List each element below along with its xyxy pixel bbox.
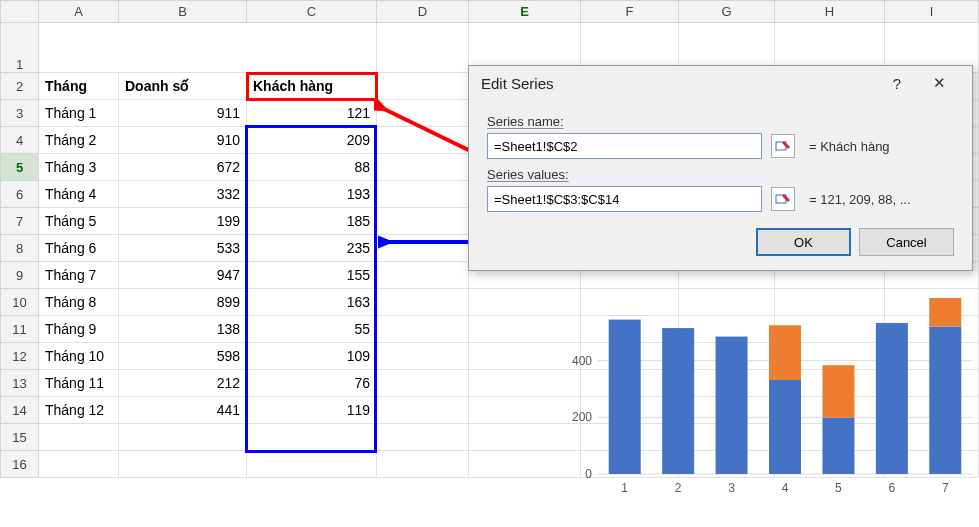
svg-rect-19 — [822, 418, 854, 474]
cell-b5[interactable]: 672 — [119, 154, 247, 181]
svg-text:2: 2 — [675, 481, 682, 495]
svg-rect-14 — [716, 337, 748, 474]
row-hdr-13[interactable]: 13 — [1, 370, 39, 397]
series-name-input[interactable] — [487, 133, 762, 159]
svg-rect-16 — [769, 380, 801, 474]
series-values-result: = 121, 209, 88, ... — [809, 192, 911, 207]
cell-b13[interactable]: 212 — [119, 370, 247, 397]
series-values-label: Series values: — [487, 167, 954, 182]
cell-b8[interactable]: 533 — [119, 235, 247, 262]
col-hdr-d[interactable]: D — [377, 1, 469, 23]
cell-c9[interactable]: 155 — [247, 262, 377, 289]
hdr-khachhang[interactable]: Khách hàng — [247, 73, 377, 100]
cell-a5[interactable]: Tháng 3 — [39, 154, 119, 181]
series-values-input[interactable] — [487, 186, 762, 212]
svg-text:5: 5 — [835, 481, 842, 495]
col-hdr-c[interactable]: C — [247, 1, 377, 23]
svg-text:7: 7 — [942, 481, 949, 495]
svg-text:3: 3 — [728, 481, 735, 495]
row-hdr-5[interactable]: 5 — [1, 154, 39, 181]
row-hdr-11[interactable]: 11 — [1, 316, 39, 343]
cell-c6[interactable]: 193 — [247, 181, 377, 208]
svg-text:0: 0 — [585, 467, 592, 481]
svg-text:6: 6 — [889, 481, 896, 495]
dialog-title: Edit Series — [481, 75, 876, 92]
range-select-icon[interactable] — [771, 187, 795, 211]
cancel-button[interactable]: Cancel — [859, 228, 954, 256]
row-hdr-7[interactable]: 7 — [1, 208, 39, 235]
cell-a13[interactable]: Tháng 11 — [39, 370, 119, 397]
corner-cell[interactable] — [1, 1, 39, 23]
row-hdr-1[interactable]: 1 — [1, 23, 39, 73]
cell-a8[interactable]: Tháng 6 — [39, 235, 119, 262]
col-hdr-e[interactable]: E — [469, 1, 581, 23]
row-hdr-3[interactable]: 3 — [1, 100, 39, 127]
row-hdr-12[interactable]: 12 — [1, 343, 39, 370]
range-select-icon[interactable] — [771, 134, 795, 158]
cell-c12[interactable]: 109 — [247, 343, 377, 370]
cell-a12[interactable]: Tháng 10 — [39, 343, 119, 370]
col-hdr-i[interactable]: I — [885, 1, 979, 23]
cell-c3[interactable]: 121 — [247, 100, 377, 127]
col-hdr-g[interactable]: G — [679, 1, 775, 23]
cell-b7[interactable]: 199 — [119, 208, 247, 235]
svg-rect-22 — [876, 323, 908, 474]
cell-b3[interactable]: 911 — [119, 100, 247, 127]
cell-a4[interactable]: Tháng 2 — [39, 127, 119, 154]
row-hdr-2[interactable]: 2 — [1, 73, 39, 100]
cell-a3[interactable]: Tháng 1 — [39, 100, 119, 127]
svg-rect-10 — [609, 320, 641, 474]
svg-rect-17 — [769, 325, 801, 380]
cell-a14[interactable]: Tháng 12 — [39, 397, 119, 424]
svg-rect-25 — [929, 298, 961, 327]
svg-text:4: 4 — [782, 481, 789, 495]
svg-text:200: 200 — [572, 410, 592, 424]
row-hdr-8[interactable]: 8 — [1, 235, 39, 262]
title-cell[interactable]: TỔNG HỢP DOANH THU — [39, 23, 377, 73]
svg-rect-24 — [929, 327, 961, 474]
cell-c7[interactable]: 185 — [247, 208, 377, 235]
cell-a10[interactable]: Tháng 8 — [39, 289, 119, 316]
row-hdr-10[interactable]: 10 — [1, 289, 39, 316]
row-hdr-14[interactable]: 14 — [1, 397, 39, 424]
cell-b12[interactable]: 598 — [119, 343, 247, 370]
cell-a11[interactable]: Tháng 9 — [39, 316, 119, 343]
series-name-result: = Khách hàng — [809, 139, 890, 154]
cell-b10[interactable]: 899 — [119, 289, 247, 316]
hdr-doanhso[interactable]: Doanh số — [119, 73, 247, 100]
ok-button[interactable]: OK — [756, 228, 851, 256]
cell-c8[interactable]: 235 — [247, 235, 377, 262]
series-name-label: Series name: — [487, 114, 954, 129]
cell-b14[interactable]: 441 — [119, 397, 247, 424]
cell-b6[interactable]: 332 — [119, 181, 247, 208]
cell-c10[interactable]: 163 — [247, 289, 377, 316]
help-button[interactable]: ? — [876, 75, 918, 92]
row-hdr-6[interactable]: 6 — [1, 181, 39, 208]
cell-b11[interactable]: 138 — [119, 316, 247, 343]
col-hdr-h[interactable]: H — [775, 1, 885, 23]
cell-a7[interactable]: Tháng 5 — [39, 208, 119, 235]
cell-c5[interactable]: 88 — [247, 154, 377, 181]
cell-c14[interactable]: 119 — [247, 397, 377, 424]
hdr-thang[interactable]: Tháng — [39, 73, 119, 100]
close-button[interactable]: ✕ — [918, 74, 960, 92]
svg-text:1: 1 — [621, 481, 628, 495]
svg-rect-12 — [662, 328, 694, 474]
cell-a9[interactable]: Tháng 7 — [39, 262, 119, 289]
col-hdr-a[interactable]: A — [39, 1, 119, 23]
cell-c13[interactable]: 76 — [247, 370, 377, 397]
cell-b9[interactable]: 947 — [119, 262, 247, 289]
row-hdr-4[interactable]: 4 — [1, 127, 39, 154]
chart[interactable]: 02004001234567 — [564, 298, 978, 498]
cell-c11[interactable]: 55 — [247, 316, 377, 343]
svg-rect-20 — [822, 365, 854, 417]
edit-series-dialog: Edit Series ? ✕ Series name: = Khách hàn… — [468, 65, 973, 271]
row-hdr-9[interactable]: 9 — [1, 262, 39, 289]
row-hdr-15[interactable]: 15 — [1, 424, 39, 451]
cell-a6[interactable]: Tháng 4 — [39, 181, 119, 208]
cell-b4[interactable]: 910 — [119, 127, 247, 154]
col-hdr-f[interactable]: F — [581, 1, 679, 23]
col-hdr-b[interactable]: B — [119, 1, 247, 23]
cell-c4[interactable]: 209 — [247, 127, 377, 154]
row-hdr-16[interactable]: 16 — [1, 451, 39, 478]
